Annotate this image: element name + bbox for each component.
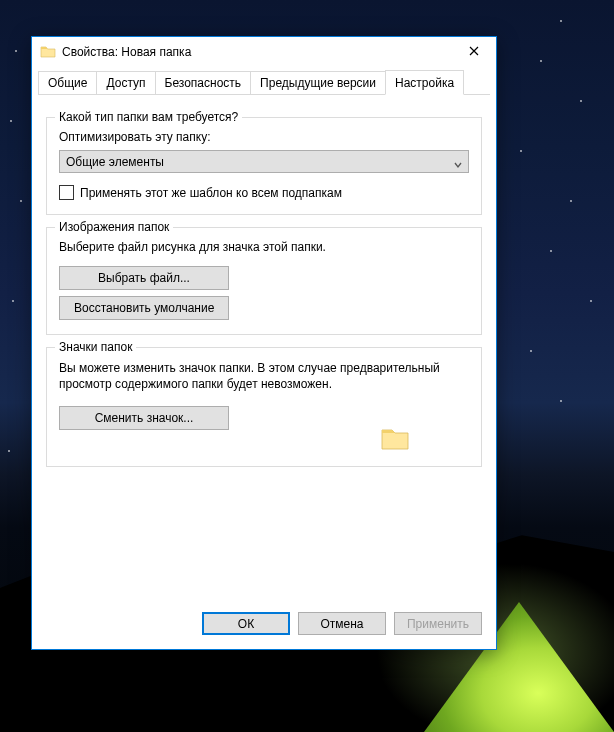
- groupbox-legend: Значки папок: [55, 340, 136, 354]
- groupbox-legend: Какой тип папки вам требуется?: [55, 110, 242, 124]
- ok-button[interactable]: ОК: [202, 612, 290, 635]
- button-label: Выбрать файл...: [98, 271, 190, 285]
- tab-strip: Общие Доступ Безопасность Предыдущие вер…: [32, 67, 496, 95]
- tab-label: Настройка: [395, 76, 454, 90]
- window-title: Свойства: Новая папка: [62, 45, 451, 59]
- folder-icon-preview: [379, 422, 411, 454]
- button-label: Сменить значок...: [95, 411, 194, 425]
- tab-panel-customize: Какой тип папки вам требуется? Оптимизир…: [32, 95, 496, 477]
- button-label: Применить: [407, 617, 469, 631]
- restore-default-button[interactable]: Восстановить умолчание: [59, 296, 229, 320]
- checkbox-label: Применять этот же шаблон ко всем подпапк…: [80, 186, 342, 200]
- properties-dialog: Свойства: Новая папка Общие Доступ Безоп…: [31, 36, 497, 650]
- choose-file-button[interactable]: Выбрать файл...: [59, 266, 229, 290]
- groupbox-legend: Изображения папок: [55, 220, 173, 234]
- button-label: Отмена: [320, 617, 363, 631]
- close-icon: [469, 45, 479, 59]
- tab-label: Безопасность: [165, 76, 242, 90]
- button-label: ОК: [238, 617, 254, 631]
- desktop-background: Свойства: Новая папка Общие Доступ Безоп…: [0, 0, 614, 732]
- tab-label: Общие: [48, 76, 87, 90]
- tab-previous-versions[interactable]: Предыдущие версии: [250, 71, 386, 95]
- combo-value: Общие элементы: [66, 155, 164, 169]
- button-label: Восстановить умолчание: [74, 301, 214, 315]
- tab-security[interactable]: Безопасность: [155, 71, 252, 95]
- optimize-label: Оптимизировать эту папку:: [59, 130, 469, 144]
- tab-label: Предыдущие версии: [260, 76, 376, 90]
- groupbox-folder-pictures: Изображения папок Выберите файл рисунка …: [46, 227, 482, 335]
- optimize-combobox[interactable]: Общие элементы: [59, 150, 469, 173]
- chevron-down-icon: [454, 158, 462, 166]
- tab-customize[interactable]: Настройка: [385, 70, 464, 95]
- picture-description: Выберите файл рисунка для значка этой па…: [59, 240, 469, 254]
- titlebar: Свойства: Новая папка: [32, 37, 496, 67]
- groupbox-folder-icons: Значки папок Вы можете изменить значок п…: [46, 347, 482, 467]
- checkbox-box: [59, 185, 74, 200]
- dialog-button-row: ОК Отмена Применить: [202, 612, 482, 635]
- apply-button: Применить: [394, 612, 482, 635]
- groupbox-folder-type: Какой тип папки вам требуется? Оптимизир…: [46, 117, 482, 215]
- cancel-button[interactable]: Отмена: [298, 612, 386, 635]
- tab-label: Доступ: [106, 76, 145, 90]
- change-icon-button[interactable]: Сменить значок...: [59, 406, 229, 430]
- tab-general[interactable]: Общие: [38, 71, 97, 95]
- tab-sharing[interactable]: Доступ: [96, 71, 155, 95]
- folder-icon: [40, 44, 56, 60]
- apply-to-subfolders-checkbox[interactable]: Применять этот же шаблон ко всем подпапк…: [59, 185, 469, 200]
- close-button[interactable]: [451, 37, 496, 67]
- icon-description: Вы можете изменить значок папки. В этом …: [59, 360, 469, 392]
